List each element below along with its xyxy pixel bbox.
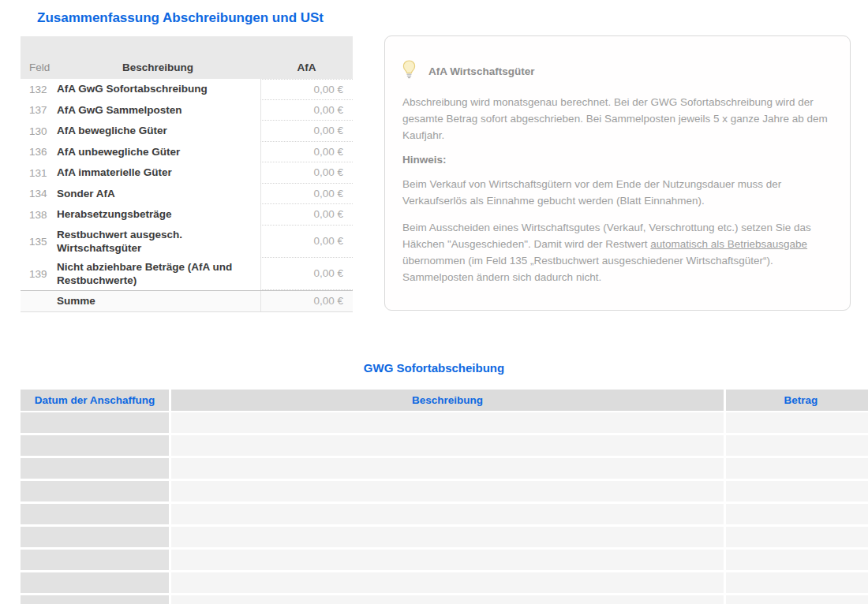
gwg-empty-row: [21, 412, 868, 433]
beschreibung-cell[interactable]: [171, 550, 724, 570]
feld-number: 131: [21, 167, 55, 179]
gwg-table: Datum der Anschaffung Beschreibung Betra…: [21, 390, 868, 604]
column-header-afa: AfA: [260, 62, 353, 73]
betrag-cell[interactable]: [726, 595, 868, 604]
datum-cell[interactable]: [21, 481, 169, 501]
datum-cell[interactable]: [21, 412, 169, 433]
table-row: 132AfA GwG Sofortabschreibung0,00 €: [21, 79, 353, 100]
feld-number: 134: [21, 188, 55, 199]
afa-value-cell[interactable]: 0,00 €: [260, 204, 353, 226]
beschreibung-cell[interactable]: [171, 458, 724, 479]
table-row: 134Sonder AfA0,00 €: [21, 184, 353, 205]
feld-number: 130: [21, 125, 55, 137]
info-box: AfA Wirtschaftsgüter Abschreibung wird m…: [384, 35, 851, 311]
feld-number: 136: [21, 146, 55, 158]
gwg-table-body: [21, 412, 868, 604]
betrag-cell[interactable]: [726, 527, 868, 547]
info-paragraph-3: Beim Ausscheiden eines Wirtschaftsgutes …: [402, 219, 831, 285]
betrag-cell[interactable]: [726, 481, 868, 501]
row-description: Sonder AfA: [55, 185, 260, 203]
row-description: AfA immaterielle Güter: [55, 163, 260, 182]
summary-table-body: 132AfA GwG Sofortabschreibung0,00 €137Af…: [21, 79, 353, 290]
afa-value-cell[interactable]: 0,00 €: [260, 226, 353, 258]
betrag-cell[interactable]: [726, 572, 868, 593]
row-description: Restbuchwert ausgesch. Wirtschaftsgüter: [55, 226, 260, 258]
beschreibung-cell[interactable]: [171, 527, 724, 547]
feld-number: 135: [21, 236, 55, 248]
total-value-cell[interactable]: 0,00 €: [260, 291, 353, 311]
feld-number: 132: [21, 84, 55, 95]
afa-value-cell[interactable]: 0,00 €: [260, 258, 353, 290]
afa-value-cell[interactable]: 0,00 €: [260, 184, 353, 205]
datum-cell[interactable]: [21, 458, 169, 479]
table-row: 138Herabsetzungsbeträge0,00 €: [21, 204, 353, 226]
datum-cell[interactable]: [21, 595, 169, 604]
spreadsheet-page: Zusammenfassung Abschreibungen und USt F…: [0, 0, 868, 604]
info-hinweis-label: Hinweis:: [402, 154, 831, 166]
afa-value-cell[interactable]: 0,00 €: [260, 100, 353, 121]
row-description: AfA GwG Sofortabschreibung: [55, 80, 260, 99]
row-description: Nicht abziehbare Beträge (AfA und Restbu…: [55, 258, 260, 290]
beschreibung-cell[interactable]: [171, 504, 724, 524]
datum-cell[interactable]: [21, 550, 169, 570]
afa-value-cell[interactable]: 0,00 €: [260, 162, 353, 184]
gwg-empty-row: [21, 435, 868, 456]
info-paragraph-2: Beim Verkauf von Wirtschaftsgütern vor d…: [402, 176, 831, 209]
betrag-cell[interactable]: [726, 412, 868, 433]
beschreibung-cell[interactable]: [171, 481, 724, 501]
gwg-empty-row: [21, 481, 868, 501]
gwg-title: GWG Sofortabscheibung: [0, 361, 868, 375]
column-header-betrag: Betrag: [726, 390, 868, 411]
table-row: 136AfA unbewegliche Güter0,00 €: [21, 142, 353, 163]
feld-number: 137: [21, 104, 55, 116]
gwg-empty-row: [21, 527, 868, 547]
betrag-cell[interactable]: [726, 504, 868, 524]
column-header-feld: Feld: [21, 62, 55, 73]
row-description: Herabsetzungsbeträge: [55, 205, 260, 224]
total-label: Summe: [55, 292, 260, 311]
table-row: 135Restbuchwert ausgesch. Wirtschaftsgüt…: [21, 226, 353, 258]
row-description: AfA GwG Sammelposten: [55, 101, 260, 120]
table-row: 137AfA GwG Sammelposten0,00 €: [21, 100, 353, 121]
lightbulb-icon: [402, 60, 416, 82]
afa-value-cell[interactable]: 0,00 €: [260, 142, 353, 163]
beschreibung-cell[interactable]: [171, 435, 724, 456]
table-row: 131AfA immaterielle Güter0,00 €: [21, 162, 353, 184]
beschreibung-cell[interactable]: [171, 572, 724, 593]
table-row: 139Nicht abziehbare Beträge (AfA und Res…: [21, 258, 353, 290]
row-description: AfA unbewegliche Güter: [55, 143, 260, 162]
row-description: AfA bewegliche Güter: [55, 121, 260, 140]
gwg-empty-row: [21, 595, 868, 604]
gwg-empty-row: [21, 550, 868, 570]
column-header-beschreibung: Beschreibung: [55, 62, 260, 73]
summary-table-header: Feld Beschreibung AfA: [21, 36, 353, 79]
betrag-cell[interactable]: [726, 458, 868, 479]
summary-table: Feld Beschreibung AfA 132AfA GwG Soforta…: [21, 36, 353, 312]
summary-total-row: Summe 0,00 €: [21, 290, 353, 312]
gwg-empty-row: [21, 458, 868, 479]
betrag-cell[interactable]: [726, 435, 868, 456]
column-header-gwg-beschreibung: Beschreibung: [171, 390, 724, 411]
datum-cell[interactable]: [21, 527, 169, 547]
column-header-datum: Datum der Anschaffung: [21, 390, 169, 411]
info-box-header: AfA Wirtschaftsgüter: [402, 60, 831, 82]
datum-cell[interactable]: [21, 435, 169, 456]
gwg-empty-row: [21, 572, 868, 593]
feld-number: 139: [21, 268, 55, 280]
underlined-phrase: automatisch als Betriebsausgabe: [650, 238, 807, 250]
gwg-empty-row: [21, 504, 868, 524]
afa-value-cell[interactable]: 0,00 €: [260, 121, 353, 142]
beschreibung-cell[interactable]: [171, 595, 724, 604]
afa-value-cell[interactable]: 0,00 €: [260, 79, 353, 100]
info-box-title: AfA Wirtschaftsgüter: [428, 65, 534, 77]
gwg-table-header: Datum der Anschaffung Beschreibung Betra…: [21, 390, 868, 411]
info-paragraph-1: Abschreibung wird monatsgenau berechnet.…: [402, 94, 831, 144]
table-row: 130AfA bewegliche Güter0,00 €: [21, 121, 353, 142]
beschreibung-cell[interactable]: [171, 412, 724, 433]
datum-cell[interactable]: [21, 572, 169, 593]
summary-title: Zusammenfassung Abschreibungen und USt: [37, 10, 324, 26]
betrag-cell[interactable]: [726, 550, 868, 570]
datum-cell[interactable]: [21, 504, 169, 524]
feld-number: 138: [21, 209, 55, 221]
